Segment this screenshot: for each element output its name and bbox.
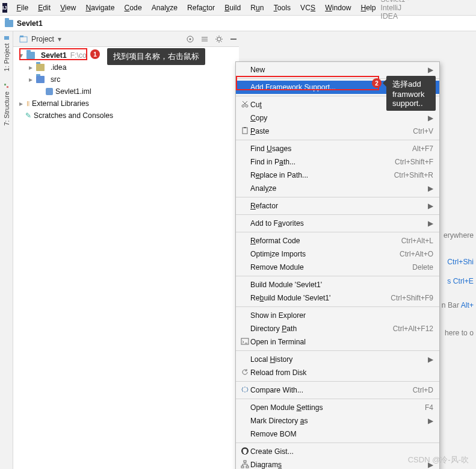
watermark: CSDN @冷-风-吹 xyxy=(408,455,469,465)
menu-refactor[interactable]: Refactor xyxy=(182,4,220,12)
compare-icon xyxy=(240,385,250,396)
menu-item-build-module-sevlet1[interactable]: Build Module 'Sevlet1' xyxy=(236,278,439,291)
menu-item-find-usages[interactable]: Find UsagesAlt+F7 xyxy=(236,142,439,155)
hint-text: Ctrl+Shi xyxy=(447,258,474,266)
submenu-arrow-icon: ▶ xyxy=(428,184,433,193)
project-tree: ▾ Sevlet1 F:\co ▸.idea ▸src Sevlet1.iml … xyxy=(13,47,239,469)
menu-run[interactable]: Run xyxy=(246,4,268,12)
menu-item-analyze[interactable]: Analyze▶ xyxy=(236,182,439,195)
scratches-icon: ✎ xyxy=(25,111,31,120)
menu-item-local-history[interactable]: Local History▶ xyxy=(236,353,439,366)
menu-item-find-in-path[interactable]: Find in Path...Ctrl+Shift+F xyxy=(236,155,439,169)
project-icon xyxy=(19,35,28,43)
menu-item-paste[interactable]: PasteCtrl+V xyxy=(236,125,439,138)
chevron-down-icon[interactable]: ▾ xyxy=(19,51,25,60)
menu-file[interactable]: File xyxy=(12,4,34,12)
menu-item-label: Create Gist... xyxy=(250,447,433,456)
hint-text: s Ctrl+E xyxy=(447,277,474,285)
menu-item-label: Paste xyxy=(250,127,413,135)
libraries-icon: ⫴ xyxy=(26,99,29,108)
menu-code[interactable]: Code xyxy=(120,4,147,12)
tool-window-title[interactable]: Project xyxy=(31,35,54,43)
submenu-arrow-icon: ▶ xyxy=(428,355,433,364)
tree-external-libraries[interactable]: ▸⫴External Libraries xyxy=(13,98,239,110)
menu-item-label: Remove BOM xyxy=(250,430,433,438)
annotation-badge-2: 2 xyxy=(372,78,382,88)
menu-item-label: Find Usages xyxy=(250,144,412,153)
submenu-arrow-icon: ▶ xyxy=(428,114,433,122)
shortcut-label: Ctrl+Alt+F12 xyxy=(393,325,433,333)
menu-item-add-to-favorites[interactable]: Add to Favorites▶ xyxy=(236,217,439,230)
chevron-right-icon[interactable]: ▸ xyxy=(19,99,25,108)
svg-rect-10 xyxy=(243,128,247,134)
hint-text: erywhere xyxy=(444,231,474,240)
side-tab-structure[interactable]: 7: Structure xyxy=(0,79,13,126)
tree-node-iml[interactable]: Sevlet1.iml xyxy=(13,85,239,98)
menu-item-mark-directory-as[interactable]: Mark Directory as▶ xyxy=(236,414,439,427)
menu-item-label: Add to Favorites xyxy=(250,219,428,228)
chevron-right-icon[interactable]: ▸ xyxy=(29,63,35,72)
submenu-arrow-icon: ▶ xyxy=(428,417,433,425)
menu-item-rebuild-module-sevlet1[interactable]: Rebuild Module 'Sevlet1'Ctrl+Shift+F9 xyxy=(236,291,439,305)
submenu-arrow-icon: ▶ xyxy=(428,219,433,228)
menu-item-reload-from-disk[interactable]: Reload from Disk xyxy=(236,366,439,379)
menu-item-reformat-code[interactable]: Reformat CodeCtrl+Alt+L xyxy=(236,234,439,247)
menu-item-label: Find in Path... xyxy=(250,158,395,166)
minimize-icon[interactable] xyxy=(228,34,239,45)
menu-item-open-in-terminal[interactable]: Open in Terminal xyxy=(236,335,439,349)
menu-item-compare-with[interactable]: Compare With...Ctrl+D xyxy=(236,384,439,397)
hint-text: here to o xyxy=(445,329,474,337)
side-tab-project[interactable]: 1: Project xyxy=(0,31,13,71)
menu-item-remove-module[interactable]: Remove ModuleDelete xyxy=(236,261,439,274)
menu-item-label: Mark Directory as xyxy=(250,417,428,425)
menu-navigate[interactable]: Navigate xyxy=(81,4,119,12)
menu-item-optimize-imports[interactable]: Optimize ImportsCtrl+Alt+O xyxy=(236,247,439,261)
menu-edit[interactable]: Edit xyxy=(33,4,55,12)
menu-item-label: Replace in Path... xyxy=(250,171,394,179)
menu-vcs[interactable]: VCS xyxy=(295,4,320,12)
terminal-icon xyxy=(240,337,250,347)
shortcut-label: Ctrl+Shift+F9 xyxy=(391,294,433,302)
tree-scratches[interactable]: ✎Scratches and Consoles xyxy=(13,110,239,122)
menu-item-refactor[interactable]: Refactor▶ xyxy=(236,199,439,213)
menu-item-label: Rebuild Module 'Sevlet1' xyxy=(250,294,391,302)
svg-rect-0 xyxy=(4,36,9,40)
annotation-tip-2: 选择add framwork support.. xyxy=(386,76,436,111)
svg-rect-1 xyxy=(4,84,6,85)
menu-item-new[interactable]: New▶ xyxy=(236,63,439,76)
annotation-badge-1: 1 xyxy=(90,49,100,59)
tree-node-src[interactable]: ▸src xyxy=(13,73,239,85)
project-tool-header: Project ▾ xyxy=(13,31,239,47)
menu-item-directory-path[interactable]: Directory PathCtrl+Alt+F12 xyxy=(236,322,439,335)
shortcut-label: Delete xyxy=(412,263,433,272)
target-icon[interactable] xyxy=(185,34,196,45)
menu-build[interactable]: Build xyxy=(220,4,246,12)
svg-point-6 xyxy=(190,38,191,40)
menu-help[interactable]: Help xyxy=(356,4,381,12)
breadcrumb-root[interactable]: Sevlet1 xyxy=(17,19,43,28)
menu-item-remove-bom[interactable]: Remove BOM xyxy=(236,427,439,441)
menu-item-label: Diagrams xyxy=(250,461,428,469)
svg-rect-16 xyxy=(246,466,249,468)
menu-item-label: Reformat Code xyxy=(250,237,401,245)
svg-rect-11 xyxy=(244,127,246,128)
menu-item-copy[interactable]: Copy▶ xyxy=(236,111,439,125)
chevron-down-icon[interactable]: ▾ xyxy=(58,35,61,43)
svg-point-8 xyxy=(242,105,244,107)
menu-window[interactable]: Window xyxy=(320,4,356,12)
shortcut-label: Alt+F7 xyxy=(412,144,433,153)
expand-icon[interactable] xyxy=(199,34,210,45)
shortcut-label: Ctrl+V xyxy=(413,127,433,135)
menu-item-open-module-settings[interactable]: Open Module SettingsF4 xyxy=(236,401,439,414)
gear-icon[interactable] xyxy=(214,34,224,45)
menu-item-replace-in-path[interactable]: Replace in Path...Ctrl+Shift+R xyxy=(236,169,439,182)
svg-rect-15 xyxy=(241,466,244,468)
chevron-right-icon[interactable]: ▸ xyxy=(29,75,35,84)
menu-item-label: Compare With... xyxy=(250,386,413,394)
menu-view[interactable]: View xyxy=(55,4,81,12)
shortcut-label: F4 xyxy=(425,403,433,412)
menu-analyze[interactable]: Analyze xyxy=(147,4,182,12)
menu-item-show-in-explorer[interactable]: Show in Explorer xyxy=(236,309,439,322)
shortcut-label: Ctrl+D xyxy=(413,386,433,394)
menu-tools[interactable]: Tools xyxy=(269,4,295,12)
